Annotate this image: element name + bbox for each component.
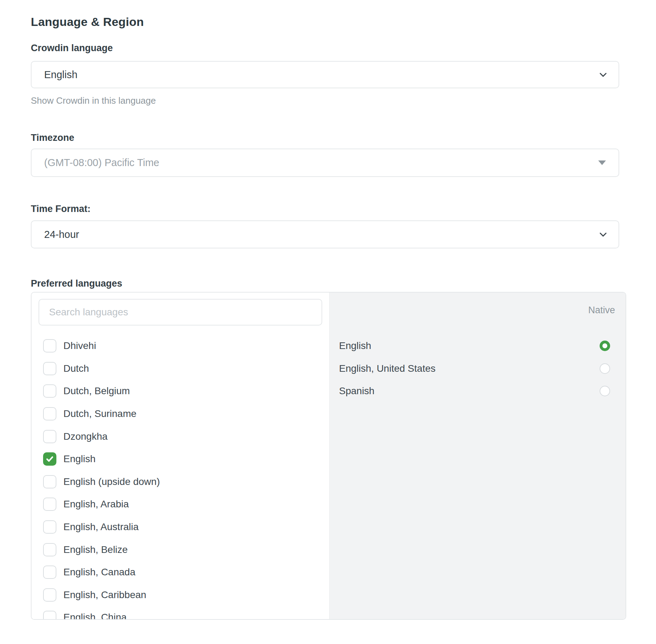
language-label: Dhivehi [63,340,96,351]
native-column: Native English English, United States Sp… [329,293,626,619]
preferred-languages-panel: Dhivehi Dutch Dutch, Belgium Dutch, Suri… [31,292,626,620]
language-checkbox[interactable] [43,384,56,398]
language-list-item[interactable]: English, Belize [32,538,329,561]
language-label: English, Canada [63,567,135,578]
native-column-header: Native [330,293,626,335]
timezone-select[interactable]: (GMT-08:00) Pacific Time [31,149,619,177]
crowdin-language-field: Crowdin language English Show Crowdin in… [31,42,626,106]
language-list-item[interactable]: English, Canada [32,561,329,584]
native-radio[interactable] [600,386,610,396]
native-language-label: English [339,340,371,351]
language-list-item[interactable]: Dzongkha [32,425,329,448]
time-format-select[interactable]: 24-hour [31,220,619,248]
language-label: English, Arabia [63,499,129,510]
language-label: English (upside down) [63,476,160,487]
language-checkbox[interactable] [43,407,56,420]
language-list-item[interactable]: Dhivehi [32,335,329,357]
language-label: Dzongkha [63,431,108,442]
language-label: Dutch [63,363,89,374]
language-region-settings: Language & Region Crowdin language Engli… [0,15,656,620]
language-checkbox[interactable] [43,475,56,488]
native-language-label: Spanish [339,385,374,397]
chevron-down-icon [598,70,608,80]
native-radio[interactable] [600,363,610,374]
language-list-item[interactable]: English, Australia [32,516,329,539]
language-search-column: Dhivehi Dutch Dutch, Belgium Dutch, Suri… [32,293,329,619]
language-label: Dutch, Suriname [63,408,137,419]
crowdin-language-value: English [44,69,598,81]
preferred-languages-field: Preferred languages Dhivehi Dutch [31,278,626,620]
native-language-list: English English, United States Spanish [330,335,626,403]
native-language-item[interactable]: English [330,335,626,357]
language-list-item[interactable]: English, China [32,606,329,620]
language-label: English, Belize [63,544,128,555]
search-box [39,299,322,326]
language-list-item[interactable]: English, Arabia [32,493,329,516]
crowdin-language-select[interactable]: English [31,61,619,88]
crowdin-language-label: Crowdin language [31,42,626,54]
language-checkbox[interactable] [43,362,56,375]
language-checkbox[interactable] [43,430,56,443]
language-label: English, Caribbean [63,589,146,601]
native-radio[interactable] [600,341,610,351]
timezone-label: Timezone [31,132,626,144]
language-list-item[interactable]: English, Caribbean [32,584,329,607]
language-checkbox[interactable] [43,339,56,352]
language-checkbox[interactable] [43,452,56,466]
chevron-down-icon [598,229,608,239]
native-language-item[interactable]: Spanish [330,380,626,403]
caret-down-icon [598,160,606,165]
crowdin-language-helper: Show Crowdin in this language [31,95,626,106]
time-format-value: 24-hour [44,229,598,240]
native-language-item[interactable]: English, United States [330,357,626,380]
language-checkbox[interactable] [43,498,56,511]
language-list-item[interactable]: English [32,448,329,471]
language-list-item[interactable]: Dutch [32,357,329,380]
language-list-item[interactable]: Dutch, Belgium [32,380,329,403]
language-list: Dhivehi Dutch Dutch, Belgium Dutch, Suri… [32,335,329,620]
language-checkbox[interactable] [43,566,56,579]
language-list-item[interactable]: Dutch, Suriname [32,403,329,425]
language-list-item[interactable]: English (upside down) [32,471,329,493]
language-checkbox[interactable] [43,520,56,534]
language-checkbox[interactable] [43,543,56,556]
language-label: English, Australia [63,521,139,533]
time-format-label: Time Format: [31,203,626,215]
language-label: English [63,453,96,465]
check-icon [45,454,54,464]
language-label: Dutch, Belgium [63,385,130,397]
language-checkbox[interactable] [43,611,56,620]
page-title: Language & Region [31,15,626,29]
search-languages-input[interactable] [39,299,322,326]
preferred-languages-label: Preferred languages [31,278,626,289]
language-checkbox[interactable] [43,588,56,602]
timezone-field: Timezone (GMT-08:00) Pacific Time [31,132,626,177]
native-language-label: English, United States [339,363,436,374]
timezone-value: (GMT-08:00) Pacific Time [44,157,598,169]
language-label: English, China [63,612,127,620]
time-format-field: Time Format: 24-hour [31,203,626,248]
